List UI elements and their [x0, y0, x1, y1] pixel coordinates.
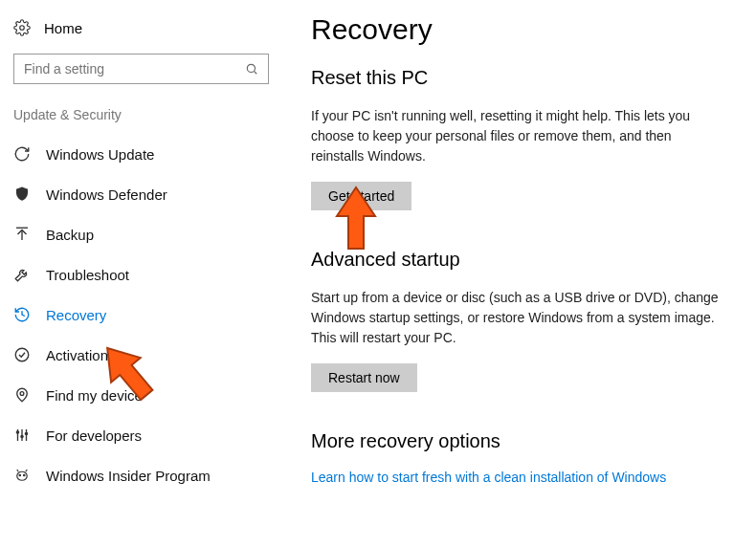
home-nav[interactable]: Home	[0, 19, 282, 54]
get-started-button[interactable]: Get started	[311, 182, 411, 210]
category-label: Update & Security	[0, 107, 282, 134]
sidebar-item-backup[interactable]: Backup	[0, 214, 282, 254]
sync-icon	[13, 145, 31, 163]
more-heading: More recovery options	[311, 430, 737, 452]
fresh-install-link[interactable]: Learn how to start fresh with a clean in…	[311, 470, 737, 485]
svg-point-5	[15, 348, 29, 361]
svg-line-2	[254, 71, 256, 74]
main-content: Recovery Reset this PC If your PC isn't …	[282, 0, 756, 547]
home-label: Home	[44, 20, 82, 36]
sidebar-item-label: For developers	[46, 427, 142, 444]
sidebar-item-label: Windows Defender	[46, 186, 167, 203]
advanced-startup-section: Advanced startup Start up from a device …	[311, 249, 737, 392]
svg-line-16	[17, 470, 19, 471]
svg-point-12	[25, 432, 27, 434]
sidebar-item-label: Troubleshoot	[46, 267, 129, 283]
advanced-heading: Advanced startup	[311, 249, 737, 271]
reset-heading: Reset this PC	[311, 67, 737, 89]
search-input[interactable]	[24, 61, 245, 77]
reset-body: If your PC isn't running well, resetting…	[311, 106, 723, 166]
wrench-icon	[13, 266, 31, 283]
svg-point-15	[24, 474, 26, 476]
more-recovery-section: More recovery options Learn how to start…	[311, 430, 737, 485]
sidebar-item-troubleshoot[interactable]: Troubleshoot	[0, 254, 282, 295]
page-title: Recovery	[311, 13, 737, 46]
sidebar-item-label: Recovery	[46, 307, 106, 323]
svg-point-1	[247, 64, 255, 72]
sidebar-item-windows-insider[interactable]: Windows Insider Program	[0, 455, 282, 495]
sidebar-item-activation[interactable]: Activation	[0, 335, 282, 375]
location-icon	[13, 386, 31, 404]
restart-now-button[interactable]: Restart now	[311, 363, 417, 392]
sidebar-item-label: Activation	[46, 347, 108, 363]
developers-icon	[13, 427, 31, 444]
gear-icon	[13, 19, 31, 36]
sidebar-item-windows-defender[interactable]: Windows Defender	[0, 174, 282, 214]
check-circle-icon	[13, 346, 31, 363]
sidebar-item-label: Windows Insider Program	[46, 468, 211, 484]
sidebar: Home Update & Security Windows Update Wi…	[0, 0, 282, 547]
advanced-body: Start up from a device or disc (such as …	[311, 288, 723, 348]
sidebar-item-label: Backup	[46, 227, 94, 243]
svg-point-10	[16, 431, 18, 433]
svg-point-13	[17, 471, 28, 480]
history-icon	[13, 306, 31, 323]
sidebar-item-windows-update[interactable]: Windows Update	[0, 134, 282, 174]
reset-pc-section: Reset this PC If your PC isn't running w…	[311, 67, 737, 210]
search-icon	[245, 62, 258, 76]
sidebar-item-recovery[interactable]: Recovery	[0, 295, 282, 335]
sidebar-item-for-developers[interactable]: For developers	[0, 415, 282, 455]
insider-icon	[13, 467, 31, 484]
sidebar-item-find-my-device[interactable]: Find my device	[0, 375, 282, 415]
backup-arrow-icon	[13, 226, 31, 243]
svg-line-17	[26, 470, 28, 471]
svg-point-0	[20, 26, 25, 31]
search-input-container[interactable]	[13, 54, 269, 84]
shield-icon	[13, 186, 31, 203]
svg-point-14	[19, 474, 21, 476]
sidebar-item-label: Windows Update	[46, 146, 154, 163]
svg-point-6	[20, 392, 24, 396]
sidebar-item-label: Find my device	[46, 387, 143, 404]
svg-point-11	[21, 435, 23, 437]
